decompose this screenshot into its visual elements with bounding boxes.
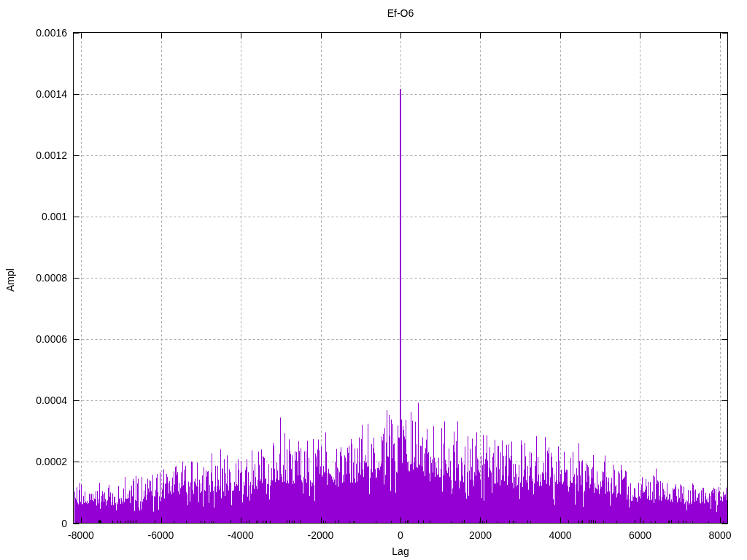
y-tick-label: 0.0004 [0,394,67,406]
chart-title: Ef-O6 [73,7,728,19]
y-tick-label: 0.0008 [0,272,67,284]
x-tick-label: -4000 [208,529,274,541]
x-tick-label: 8000 [687,529,747,541]
impulse-plot-canvas [0,0,747,560]
x-tick-label: -2000 [288,529,354,541]
x-tick-label: 2000 [447,529,513,541]
y-tick-label: 0 [0,518,67,529]
x-tick-label: 0 [368,529,433,541]
x-tick-label: 6000 [607,529,673,541]
x-tick-label: -8000 [48,529,114,541]
y-tick-label: 0.0014 [0,88,67,100]
y-tick-label: 0.0016 [0,27,67,39]
y-tick-label: 0.0006 [0,333,67,345]
chart-figure: Ef-O6 Lag Ampl -8000-6000-4000-200002000… [0,0,747,560]
x-tick-label: 4000 [527,529,593,541]
x-axis-title: Lag [73,545,728,557]
y-tick-label: 0.0002 [0,456,67,467]
x-tick-label: -6000 [128,529,194,541]
y-tick-label: 0.001 [0,211,67,222]
y-tick-label: 0.0012 [0,149,67,161]
